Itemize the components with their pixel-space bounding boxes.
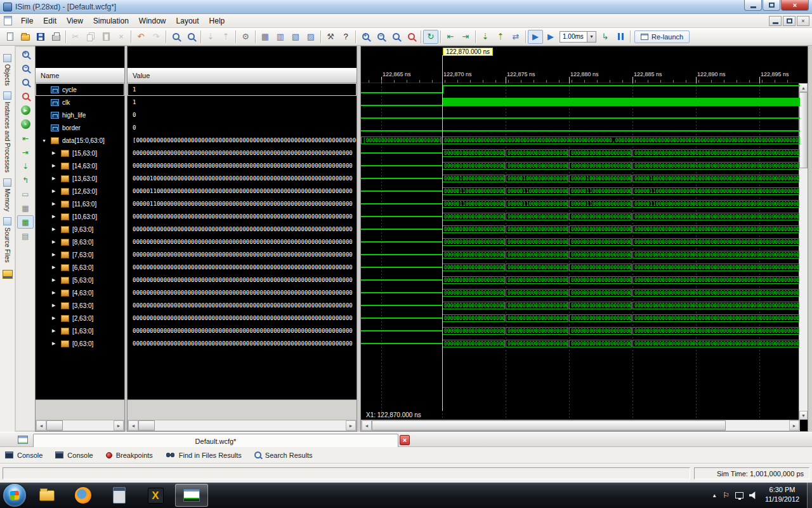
signal-value[interactable]: 0000000000000000000000000000000000000000… xyxy=(128,261,357,274)
context-help-button[interactable]: ? xyxy=(338,30,353,44)
wave-row[interactable]: 0000011000000000000000000000000000000000… xyxy=(361,185,800,197)
find-prev-button[interactable]: ⇡ xyxy=(218,30,233,44)
zoom-in-button[interactable] xyxy=(358,30,373,44)
signal-value[interactable]: 0000000000000000000000000000000000000000… xyxy=(128,147,357,159)
prev-transition-button[interactable]: ⇣ xyxy=(478,30,493,44)
signal-value[interactable]: 0000000000000000000000000000000000000000… xyxy=(128,337,357,350)
wave-row[interactable] xyxy=(361,83,800,96)
scrollbar-track[interactable] xyxy=(372,420,789,431)
signal-row[interactable]: ▶[13,63:0] xyxy=(36,172,124,185)
signal-value[interactable]: 0000000000000000000000000000000000000000… xyxy=(128,299,357,312)
signal-value[interactable]: 0000010000000000000000000000000000000000… xyxy=(128,172,357,185)
collapse-icon[interactable]: ▼ xyxy=(42,138,51,143)
wave-measure-button[interactable]: ▭ xyxy=(17,187,34,201)
maximize-button[interactable] xyxy=(763,0,780,11)
expand-icon[interactable]: ▶ xyxy=(52,189,61,194)
re-launch-button[interactable]: Re-launch xyxy=(634,30,690,43)
wave-body[interactable]: [000000000000000000000000000000000000000… xyxy=(361,83,800,420)
zoom-cursor-button[interactable] xyxy=(403,30,419,44)
wave-row[interactable]: 0000011000000000000000000000000000000000… xyxy=(361,197,800,210)
open-file-button[interactable] xyxy=(18,30,33,44)
expand-icon[interactable]: ▶ xyxy=(52,341,61,346)
menu-help[interactable]: Help xyxy=(204,15,230,27)
paste-button[interactable] xyxy=(98,30,114,44)
find-in-files-button[interactable] xyxy=(183,30,199,44)
expand-icon[interactable]: ▶ xyxy=(52,277,61,283)
combo-dropdown-button[interactable]: ▾ xyxy=(587,32,596,42)
menu-simulation[interactable]: Simulation xyxy=(88,15,134,27)
wave-zoom-full-button[interactable] xyxy=(17,76,34,89)
signal-row[interactable]: ▶[4,63:0] xyxy=(36,286,124,299)
signal-value[interactable]: 0000000000000000000000000000000000000000… xyxy=(128,324,357,337)
wave-row[interactable] xyxy=(361,109,800,121)
scrollbar-thumb[interactable] xyxy=(799,92,808,168)
wave-next-edge-button[interactable]: ↰ xyxy=(17,173,34,187)
taskbar-firefox-button[interactable] xyxy=(67,484,100,507)
menu-window[interactable]: Window xyxy=(134,15,171,27)
signal-value[interactable]: 0 xyxy=(128,121,357,134)
expand-icon[interactable]: ▶ xyxy=(52,252,61,257)
wave-snap-button[interactable]: ▦ xyxy=(17,215,34,229)
signal-row[interactable]: ▶[6,63:0] xyxy=(36,261,124,274)
signal-row[interactable]: ▶[8,63:0] xyxy=(36,236,124,248)
expand-icon[interactable]: ▶ xyxy=(52,201,61,206)
taskbar-calculator-button[interactable] xyxy=(103,484,136,507)
redo-button[interactable]: ↷ xyxy=(148,30,164,44)
panel-tab-memory[interactable]: Memory xyxy=(0,178,15,211)
menu-file[interactable]: File xyxy=(16,15,38,27)
time-cursor[interactable] xyxy=(442,55,443,411)
tools-button[interactable]: ⚒ xyxy=(323,30,338,44)
menu-edit[interactable]: Edit xyxy=(38,15,62,27)
wave-row[interactable]: 0000000000000000000000000000000000000000… xyxy=(361,312,800,324)
scroll-right-button[interactable]: ► xyxy=(789,420,799,431)
run-for-time-button[interactable]: ▶ xyxy=(543,30,558,44)
wave-row[interactable]: 0000000000000000000000000000000000000000… xyxy=(361,274,800,286)
copy-button[interactable] xyxy=(83,30,98,44)
panel-tab-instances-and-processes[interactable]: Instances and Processes xyxy=(0,91,15,173)
wave-row[interactable] xyxy=(361,121,800,134)
scroll-left-button[interactable]: ◄ xyxy=(36,420,46,431)
time-ruler[interactable]: 122,865 ns122,870 ns122,875 ns122,880 ns… xyxy=(361,68,800,83)
taskbar-xilinx-button[interactable]: X xyxy=(139,484,172,507)
expand-icon[interactable]: ▶ xyxy=(52,227,61,232)
panel-tab-objects[interactable]: Objects xyxy=(0,54,15,86)
scrollbar-thumb[interactable] xyxy=(46,420,63,431)
go-to-start-button[interactable]: ⇤ xyxy=(443,30,458,44)
tab-find-in-files-results[interactable]: Find in Files Results xyxy=(166,451,242,459)
zoom-full-button[interactable] xyxy=(388,30,403,44)
signal-value[interactable]: 1 xyxy=(128,96,357,109)
signal-value[interactable]: 0000000000000000000000000000000000000000… xyxy=(128,159,357,172)
wave-row[interactable] xyxy=(361,96,800,109)
find-button[interactable] xyxy=(168,30,183,44)
start-button[interactable] xyxy=(3,484,26,507)
scrollbar-thumb[interactable] xyxy=(138,420,155,431)
signal-value[interactable]: 0000000000000000000000000000000000000000… xyxy=(128,274,357,286)
scrollbar-track[interactable] xyxy=(138,420,346,431)
undo-button[interactable]: ↶ xyxy=(133,30,148,44)
signal-row[interactable]: ▶[2,63:0] xyxy=(36,312,124,324)
wave-row[interactable]: 0000000000000000000000000000000000000000… xyxy=(361,223,800,236)
run-all-button[interactable]: ▶ xyxy=(528,30,543,44)
scroll-up-button[interactable]: ▲ xyxy=(799,83,808,92)
close-button[interactable]: × xyxy=(781,0,809,11)
name-hscrollbar[interactable]: ◄ ► xyxy=(36,420,124,431)
show-desktop-button[interactable] xyxy=(807,483,812,508)
wave-row[interactable]: 0000000000000000000000000000000000000000… xyxy=(361,248,800,261)
expand-icon[interactable]: ▶ xyxy=(52,176,61,181)
menu-view[interactable]: View xyxy=(62,15,88,27)
wave-row[interactable]: 0000000000000000000000000000000000000000… xyxy=(361,147,800,159)
wave-run-button[interactable]: ▶ xyxy=(17,104,34,117)
scroll-left-button[interactable]: ◄ xyxy=(362,420,372,431)
scrollbar-track[interactable] xyxy=(799,92,808,411)
print-button[interactable] xyxy=(48,30,63,44)
wave-run-all-button[interactable]: » xyxy=(17,117,34,131)
signal-value[interactable]: 0000000000000000000000000000000000000000… xyxy=(128,223,357,236)
signal-value[interactable]: 0000011000000000000000000000000000000000… xyxy=(128,185,357,197)
signal-row[interactable]: ▶[10,63:0] xyxy=(36,210,124,223)
tray-expand-icon[interactable]: ▲ xyxy=(712,493,717,498)
signal-row[interactable]: ▶[11,63:0] xyxy=(36,197,124,210)
expand-icon[interactable]: ▶ xyxy=(52,239,61,244)
signal-row[interactable]: ▼data[15:0,63:0] xyxy=(36,134,124,147)
wave-row[interactable]: 0000010000000000000000000000000000000000… xyxy=(361,172,800,185)
layout-float-button[interactable]: ▨ xyxy=(303,30,318,44)
